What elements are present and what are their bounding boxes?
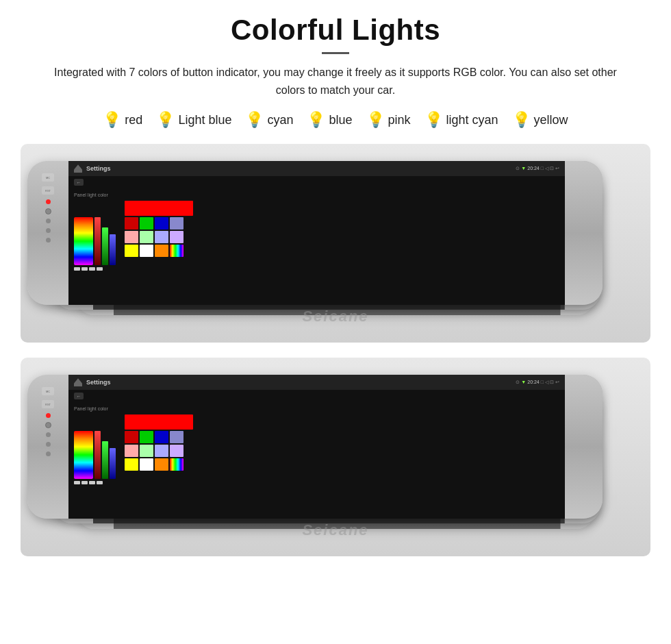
cyan-bulb-icon: 💡 [245, 111, 264, 129]
slider-2-3[interactable] [89, 481, 95, 484]
home-icon[interactable] [74, 164, 82, 173]
color-controls-2 [74, 414, 559, 484]
lightblue-bulb-icon: 💡 [156, 111, 175, 129]
home-icon-2[interactable] [74, 378, 82, 386]
time-display-2: 20:24 [527, 380, 540, 385]
red-label: red [125, 113, 142, 127]
cell-white1[interactable] [140, 245, 153, 257]
back-button-2[interactable]: ← [74, 393, 84, 399]
cell-r2-3[interactable] [155, 431, 168, 443]
cell-r2-5[interactable] [125, 445, 138, 457]
cell-pink1[interactable] [125, 231, 138, 243]
dot-main2-4[interactable] [46, 442, 51, 447]
large-red-swatch-2[interactable] [125, 414, 193, 430]
dot-main2-2[interactable] [46, 423, 51, 428]
dot-main2-3[interactable] [46, 432, 51, 437]
cell-r2-1[interactable] [125, 431, 138, 443]
cell-r2-11[interactable] [155, 458, 168, 471]
slider-1[interactable] [74, 267, 80, 271]
cell-r2-7[interactable] [155, 445, 168, 457]
rainbow-strip[interactable] [74, 217, 93, 265]
pink-bulb-icon: 💡 [366, 111, 385, 129]
btn-bell-main[interactable] [46, 209, 51, 214]
lightcyan-label: light cyan [446, 113, 498, 127]
back-button[interactable]: ← [74, 179, 84, 186]
large-red-swatch[interactable] [125, 201, 193, 216]
device-visual-2: MC RST MC [21, 364, 650, 549]
slider-3[interactable] [89, 267, 95, 271]
cell-orange1[interactable] [155, 245, 168, 257]
red-bar-2[interactable] [94, 431, 101, 479]
slider-2-1[interactable] [74, 481, 80, 484]
dev-right-main-2 [565, 375, 603, 519]
back-btn-row-2: ← [68, 390, 565, 402]
cell-yellow1[interactable] [125, 245, 138, 257]
color-item-lightcyan: 💡 light cyan [425, 111, 498, 129]
cell-ltpurple1[interactable] [170, 231, 183, 243]
blue-bar[interactable] [110, 234, 116, 265]
rainbow-strip-2[interactable] [74, 431, 93, 479]
cell-green1[interactable] [140, 217, 153, 230]
time-display: 20:24 [527, 166, 540, 171]
blue-bulb-icon: 💡 [307, 111, 325, 129]
green-bar[interactable] [102, 227, 108, 265]
rgb-strips [74, 217, 116, 265]
cell-r2-6[interactable] [140, 445, 153, 457]
red-bulb-icon: 💡 [103, 111, 121, 129]
cell-rainbow1[interactable] [170, 245, 183, 257]
yellow-label: yellow [534, 113, 568, 127]
cell-blue1[interactable] [155, 217, 168, 230]
red-bar[interactable] [94, 217, 101, 265]
btn-back-main[interactable] [46, 219, 51, 223]
btn-rst-main[interactable]: RST [42, 186, 54, 195]
signal-icon-2: ▼ [521, 380, 526, 385]
lightblue-label: Light blue [178, 113, 231, 127]
cell-red1[interactable] [125, 217, 138, 230]
cell-r2-10[interactable] [140, 458, 153, 471]
btn-power-main[interactable] [46, 199, 51, 204]
cell-r2-8[interactable] [170, 445, 183, 457]
cell-purple1[interactable] [170, 217, 183, 230]
status-icons-2: ⊙ ▼ 20:24 □ ◁ ⊡ ↩ [516, 380, 559, 385]
slider-2[interactable] [81, 267, 88, 271]
slider-2-4[interactable] [97, 481, 103, 484]
color-item-lightblue: 💡 Light blue [156, 111, 231, 129]
panel-section-2: Panel light color [74, 406, 559, 484]
page-wrapper: Colorful Lights Integrated with 7 colors… [0, 0, 671, 577]
cell-ltblue1[interactable] [155, 231, 168, 243]
btn-volu-main[interactable] [46, 228, 51, 233]
panel-light-label-2: Panel light color [74, 406, 559, 411]
screen-body-2: Panel light color [68, 402, 565, 488]
dev-left-main-2: MC RST [27, 375, 68, 519]
title-divider [322, 52, 349, 54]
btn-rst-main2[interactable]: RST [42, 400, 54, 408]
screen-header-2: Settings ⊙ ▼ 20:24 □ ◁ ⊡ ↩ [68, 375, 565, 390]
dot-main2-1[interactable] [46, 413, 51, 418]
color-strip-wrapper [74, 217, 116, 271]
clock-icon-2: ⊙ [516, 380, 520, 385]
green-bar-2[interactable] [102, 441, 108, 479]
screen-icon-2: ⊡ [550, 380, 554, 385]
btn-mc-main2[interactable]: MC [42, 387, 54, 395]
dev-screen-main-2: Settings ⊙ ▼ 20:24 □ ◁ ⊡ ↩ [68, 375, 565, 519]
slider-4[interactable] [97, 267, 103, 271]
cell-r2-4[interactable] [170, 431, 183, 443]
dot-main2-5[interactable] [46, 451, 51, 456]
blue-label: blue [329, 113, 352, 127]
palette-wrapper-2 [125, 414, 193, 484]
cell-r2-12[interactable] [170, 458, 183, 471]
stacked-device-1: MC RST MC [27, 161, 644, 325]
cell-r2-2[interactable] [140, 431, 153, 443]
btn-vold-main[interactable] [46, 238, 51, 243]
slider-2-2[interactable] [81, 481, 88, 484]
screen-body-1: Panel light color [68, 188, 565, 275]
cell-r2-9[interactable] [125, 458, 138, 471]
device-row-2: MC RST MC [21, 358, 650, 556]
btn-mc-main[interactable]: MC [42, 173, 54, 182]
sliders-row-1 [74, 267, 116, 271]
blue-bar-2[interactable] [110, 448, 116, 479]
back-btn-row: ← [68, 176, 565, 188]
stacked-device-2: MC RST MC [27, 375, 644, 539]
cell-ltgreen1[interactable] [140, 231, 153, 243]
rgb-strips-2 [74, 431, 116, 479]
